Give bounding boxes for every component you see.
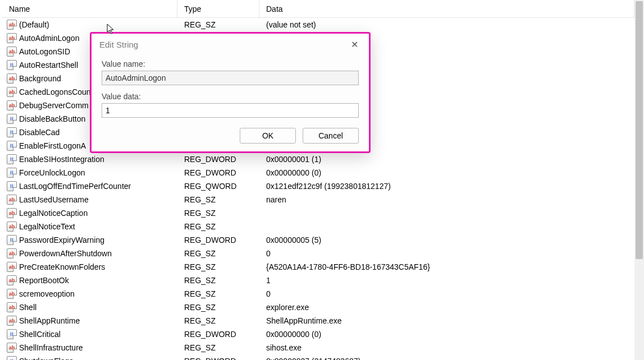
value-name: LegalNoticeText [19,222,75,231]
binary-value-icon: ⁞⁞ [7,181,17,191]
value-name: PreCreateKnownFolders [19,262,105,271]
string-value-icon: ab [7,262,17,272]
binary-value-icon: ⁞⁞ [7,235,17,245]
dialog-title: Edit String [99,40,138,49]
edit-string-dialog: Edit String ✕ Value name: Value data: OK… [90,32,371,153]
value-data: 0 [259,289,634,298]
table-row[interactable]: ⁞⁞EnableSIHostIntegrationREG_DWORD0x0000… [2,153,634,166]
value-type: REG_SZ [177,262,259,271]
ok-button[interactable]: OK [240,128,296,144]
value-type: REG_DWORD [177,357,259,360]
table-row[interactable]: abShellREG_SZexplorer.exe [2,301,634,314]
table-row[interactable]: abLegalNoticeTextREG_SZ [2,220,634,233]
value-name-label: Value name: [102,59,359,68]
binary-value-icon: ⁞⁞ [7,168,17,178]
value-type: REG_SZ [177,222,259,231]
value-type: REG_QWORD [177,182,259,191]
value-name: AutoAdminLogon [19,34,79,43]
string-value-icon: ab [7,47,17,57]
value-type: REG_DWORD [177,236,259,244]
value-type: REG_SZ [177,209,259,218]
binary-value-icon: ⁞⁞ [7,329,17,339]
binary-value-icon: ⁞⁞ [7,141,17,151]
value-type: REG_SZ [177,249,259,258]
vertical-scrollbar[interactable] [634,0,644,360]
value-data-label: Value data: [102,92,359,101]
header-data[interactable]: Data [259,0,634,17]
header-name[interactable]: Name [2,0,177,17]
value-name: EnableSIHostIntegration [19,155,104,164]
table-row[interactable]: abReportBootOkREG_SZ1 [2,274,634,287]
string-value-icon: ab [7,302,17,312]
string-value-icon: ab [7,289,17,299]
value-name: ShellAppRuntime [19,316,80,325]
value-name: Background [19,74,61,83]
value-data: {A520A1A4-1780-4FF6-BD18-167343C5AF16} [259,262,634,271]
value-data: 0 [259,249,634,258]
value-type: REG_DWORD [177,155,259,164]
value-name: ReportBootOk [19,276,69,285]
value-name: AutoRestartShell [19,61,78,70]
value-data: (value not set) [259,20,634,29]
value-data: 0x00000005 (5) [259,236,634,244]
table-row[interactable]: abPowerdownAfterShutdownREG_SZ0 [2,247,634,260]
value-data: 0x80000027 (2147483687) [259,357,634,360]
table-row[interactable]: abLegalNoticeCaptionREG_SZ [2,206,634,220]
value-name: LegalNoticeCaption [19,209,88,218]
value-name: PowerdownAfterShutdown [19,249,112,258]
value-name: scremoveoption [19,289,75,298]
string-value-icon: ab [7,316,17,326]
value-data: sihost.exe [259,343,634,352]
value-name: Shell [19,303,36,312]
binary-value-icon: ⁞⁞ [7,60,17,70]
value-name: DisableBackButton [19,114,85,123]
value-data: ShellAppRuntime.exe [259,316,634,325]
value-name: PasswordExpiryWarning [19,236,104,244]
table-row[interactable]: ab(Default)REG_SZ(value not set) [2,18,634,31]
table-row[interactable]: ⁞⁞ShellCriticalREG_DWORD0x00000000 (0) [2,327,634,341]
value-data: 1 [259,276,634,285]
value-type: REG_SZ [177,316,259,325]
binary-value-icon: ⁞⁞ [7,114,17,124]
value-name: ShutdownFlags [19,357,74,360]
scroll-thumb[interactable] [636,1,643,259]
table-row[interactable]: abShellInfrastructureREG_SZsihost.exe [2,341,634,354]
table-row[interactable]: ⁞⁞LastLogOffEndTimePerfCounterREG_QWORD0… [2,179,634,193]
binary-value-icon: ⁞⁞ [7,356,17,360]
column-headers: Name Type Data [2,0,634,18]
value-type: REG_SZ [177,303,259,312]
binary-value-icon: ⁞⁞ [7,127,17,137]
value-type: REG_DWORD [177,168,259,177]
value-name: CachedLogonsCoun [19,87,91,96]
header-type[interactable]: Type [177,0,259,17]
value-type: REG_SZ [177,195,259,204]
table-row[interactable]: abLastUsedUsernameREG_SZnaren [2,193,634,206]
cancel-button[interactable]: Cancel [303,128,359,144]
string-value-icon: ab [7,343,17,353]
table-row[interactable]: ⁞⁞ForceUnlockLogonREG_DWORD0x00000000 (0… [2,166,634,179]
string-value-icon: ab [7,221,17,232]
value-name-field[interactable] [102,71,359,85]
table-row[interactable]: abscremoveoptionREG_SZ0 [2,287,634,301]
value-data: explorer.exe [259,303,634,312]
value-name: EnableFirstLogonA [19,141,86,150]
string-value-icon: ab [7,195,17,205]
table-row[interactable]: ⁞⁞ShutdownFlagsREG_DWORD0x80000027 (2147… [2,354,634,360]
string-value-icon: ab [7,275,17,285]
value-name: AutoLogonSID [19,47,70,56]
table-row[interactable]: abShellAppRuntimeREG_SZShellAppRuntime.e… [2,314,634,327]
value-type: REG_SZ [177,343,259,352]
table-row[interactable]: ⁞⁞PasswordExpiryWarningREG_DWORD0x000000… [2,233,634,247]
table-row[interactable]: abPreCreateKnownFoldersREG_SZ{A520A1A4-1… [2,260,634,274]
value-name: LastUsedUsername [19,195,89,204]
string-value-icon: ab [7,87,17,97]
value-name: ShellInfrastructure [19,343,83,352]
string-value-icon: ab [7,33,17,43]
value-name: ForceUnlockLogon [19,168,85,177]
binary-value-icon: ⁞⁞ [7,154,17,164]
value-type: REG_SZ [177,20,259,29]
close-icon[interactable]: ✕ [346,38,362,50]
value-type: REG_DWORD [177,330,259,339]
value-data: naren [259,195,634,204]
value-data-field[interactable] [102,103,359,118]
